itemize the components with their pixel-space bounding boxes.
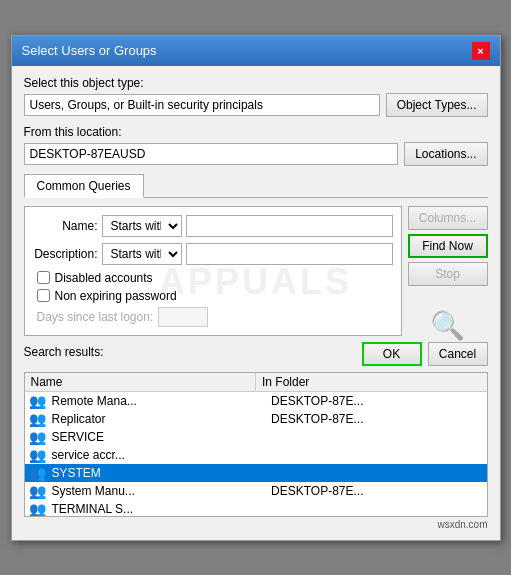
result-name: System Manu... (48, 483, 268, 499)
result-folder: DESKTOP-87E... (267, 483, 487, 499)
result-name: SYSTEM (48, 465, 268, 481)
non-expiring-checkbox[interactable] (37, 289, 50, 302)
object-types-button[interactable]: Object Types... (386, 93, 488, 117)
table-row[interactable]: 👥System Manu...DESKTOP-87E... (25, 482, 487, 500)
object-type-row: Select this object type: Object Types... (24, 76, 488, 117)
user-icon: 👥 (29, 393, 46, 409)
result-name: SERVICE (48, 429, 268, 445)
result-folder: DESKTOP-87E... (267, 411, 487, 427)
ok-button[interactable]: OK (362, 342, 422, 366)
result-folder (267, 454, 487, 456)
header-folder: In Folder (256, 373, 487, 391)
result-folder (267, 472, 487, 474)
dialog-title: Select Users or Groups (22, 43, 157, 58)
name-filter-select[interactable]: Starts with (102, 215, 182, 237)
description-query-row: Description: Starts with (33, 243, 393, 265)
result-name: Remote Mana... (48, 393, 268, 409)
days-input[interactable] (158, 307, 208, 327)
location-label: From this location: (24, 125, 488, 139)
wsxdn-label: wsxdn.com (437, 519, 487, 530)
cancel-button[interactable]: Cancel (428, 342, 488, 366)
object-type-input-row: Object Types... (24, 93, 488, 117)
ok-cancel-row: Search results: OK Cancel (24, 342, 488, 366)
days-row: Days since last logon: (33, 307, 393, 327)
table-row[interactable]: 👥ReplicatorDESKTOP-87E... (25, 410, 487, 428)
non-expiring-label: Non expiring password (55, 289, 177, 303)
non-expiring-row: Non expiring password (33, 289, 393, 303)
result-folder: DESKTOP-87E... (267, 393, 487, 409)
magnifier-area: 🔍 (408, 301, 488, 342)
user-icon: 👥 (29, 483, 46, 499)
close-button[interactable]: × (472, 42, 490, 60)
table-row[interactable]: 👥service accr... (25, 446, 487, 464)
description-query-label: Description: (33, 247, 98, 261)
table-row[interactable]: 👥Remote Mana...DESKTOP-87E... (25, 392, 487, 410)
result-name: Replicator (48, 411, 268, 427)
table-row[interactable]: 👥TERMINAL S... (25, 500, 487, 517)
user-icon: 👥 (29, 411, 46, 427)
columns-button[interactable]: Columns... (408, 206, 488, 230)
user-icon: 👥 (29, 465, 46, 481)
description-filter-select[interactable]: Starts with (102, 243, 182, 265)
results-rows: 👥Remote Mana...DESKTOP-87E...👥Replicator… (25, 392, 487, 517)
title-bar: Select Users or Groups × (12, 36, 500, 66)
find-now-button[interactable]: Find Now (408, 234, 488, 258)
search-results-label: Search results: (24, 345, 356, 359)
user-icon: 👥 (29, 447, 46, 463)
result-name: TERMINAL S... (48, 501, 268, 517)
footer: wsxdn.com (24, 517, 488, 530)
queries-panel-area: Name: Starts with Description: Starts wi… (24, 206, 488, 342)
stop-button[interactable]: Stop (408, 262, 488, 286)
result-name: service accr... (48, 447, 268, 463)
results-container[interactable]: Name In Folder 👥Remote Mana...DESKTOP-87… (24, 372, 488, 517)
location-input[interactable] (24, 143, 399, 165)
right-buttons: Columns... Find Now Stop 🔍 (408, 206, 488, 342)
user-icon: 👥 (29, 501, 46, 517)
object-type-input[interactable] (24, 94, 380, 116)
name-query-input[interactable] (186, 215, 393, 237)
user-icon: 👥 (29, 429, 46, 445)
result-folder (267, 436, 487, 438)
name-query-label: Name: (33, 219, 98, 233)
location-input-row: Locations... (24, 142, 488, 166)
disabled-accounts-label: Disabled accounts (55, 271, 153, 285)
disabled-accounts-row: Disabled accounts (33, 271, 393, 285)
dialog-body: Select this object type: Object Types...… (12, 66, 500, 540)
description-query-input[interactable] (186, 243, 393, 265)
table-row[interactable]: 👥SYSTEM (25, 464, 487, 482)
tab-bar: Common Queries (24, 174, 488, 198)
queries-panel: Name: Starts with Description: Starts wi… (24, 206, 402, 336)
table-row[interactable]: 👥SERVICE (25, 428, 487, 446)
header-name: Name (25, 373, 257, 391)
name-query-row: Name: Starts with (33, 215, 393, 237)
location-row: From this location: Locations... (24, 125, 488, 166)
select-users-dialog: Select Users or Groups × Select this obj… (11, 35, 501, 541)
locations-button[interactable]: Locations... (404, 142, 487, 166)
magnifier-icon: 🔍 (430, 310, 465, 341)
results-header: Name In Folder (25, 373, 487, 392)
disabled-accounts-checkbox[interactable] (37, 271, 50, 284)
days-label: Days since last logon: (37, 310, 154, 324)
queries-content: Name: Starts with Description: Starts wi… (24, 206, 402, 342)
tab-common-queries[interactable]: Common Queries (24, 174, 144, 198)
object-type-label: Select this object type: (24, 76, 488, 90)
result-folder (267, 508, 487, 510)
